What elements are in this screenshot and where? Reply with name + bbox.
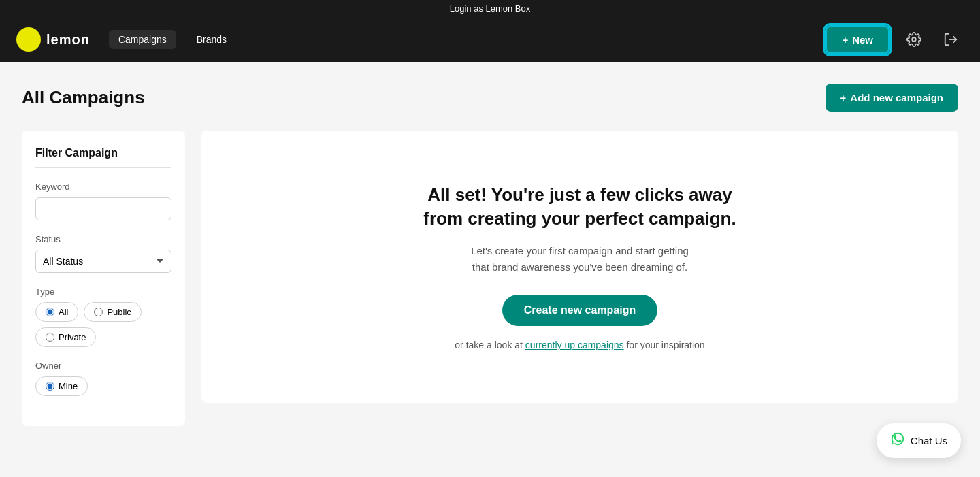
page-title: All Campaigns: [22, 87, 145, 108]
type-label: Type: [35, 286, 172, 297]
owner-mine-label: Mine: [59, 381, 78, 391]
filter-owner-group: Owner Mine: [35, 361, 172, 396]
owner-label: Owner: [35, 361, 172, 371]
add-button-label: Add new campaign: [850, 92, 943, 103]
type-public-label: Public: [107, 307, 131, 317]
keyword-label: Keyword: [35, 182, 172, 192]
logo: lemon: [16, 27, 90, 52]
campaign-content: All set! You're just a few clicks awayfr…: [201, 131, 958, 403]
type-private-label: Private: [59, 332, 86, 342]
filter-status-group: Status All Status Active Inactive Draft …: [35, 234, 172, 273]
empty-state: All set! You're just a few clicks awayfr…: [423, 183, 736, 350]
new-button-label: New: [852, 34, 873, 46]
nav-brands[interactable]: Brands: [187, 30, 236, 49]
svg-point-0: [912, 37, 916, 42]
banner-text: Login as Lemon Box: [450, 3, 531, 14]
gear-icon: [906, 32, 921, 47]
type-all-label: All: [59, 307, 68, 317]
inspiration-prefix: or take a look at: [455, 340, 525, 350]
add-campaign-button[interactable]: + Add new campaign: [826, 84, 958, 112]
currently-up-campaigns-link[interactable]: currently up campaigns: [525, 340, 624, 350]
type-public-radio[interactable]: [94, 308, 103, 316]
page-content: All Campaigns + Add new campaign Filter …: [0, 62, 980, 448]
inspiration-text: or take a look at currently up campaigns…: [423, 340, 736, 350]
filter-panel: Filter Campaign Keyword Status All Statu…: [22, 131, 185, 426]
owner-radio-group: Mine: [35, 376, 172, 396]
add-icon: +: [840, 92, 847, 103]
navbar: lemon Campaigns Brands + New: [0, 17, 980, 62]
filter-type-group: Type All Public Private: [35, 286, 172, 347]
type-public-option[interactable]: Public: [84, 302, 141, 322]
status-label: Status: [35, 234, 172, 244]
create-campaign-button[interactable]: Create new campaign: [502, 295, 658, 326]
type-all-radio[interactable]: [46, 308, 54, 316]
owner-mine-radio[interactable]: [46, 382, 54, 391]
main-layout: Filter Campaign Keyword Status All Statu…: [22, 131, 958, 426]
nav-campaigns[interactable]: Campaigns: [109, 30, 176, 49]
logout-icon: [943, 32, 958, 47]
page-header: All Campaigns + Add new campaign: [22, 84, 958, 112]
chat-button-label: Chat Us: [911, 435, 947, 446]
type-private-radio[interactable]: [46, 333, 54, 342]
new-button[interactable]: + New: [825, 25, 890, 54]
logout-button[interactable]: [938, 29, 964, 50]
type-all-option[interactable]: All: [35, 302, 78, 322]
owner-mine-option[interactable]: Mine: [35, 376, 88, 396]
top-banner: Login as Lemon Box: [0, 0, 980, 17]
keyword-input[interactable]: [35, 197, 172, 220]
type-private-option[interactable]: Private: [35, 327, 96, 347]
new-button-icon: +: [842, 34, 848, 46]
type-radio-group: All Public Private: [35, 302, 172, 347]
inspiration-suffix: for your inspiration: [624, 340, 705, 350]
campaign-content-wrapper: All set! You're just a few clicks awayfr…: [201, 131, 958, 403]
status-select[interactable]: All Status Active Inactive Draft Complet…: [35, 250, 172, 273]
whatsapp-icon: [890, 431, 905, 450]
logo-text: lemon: [46, 32, 90, 48]
empty-state-title: All set! You're just a few clicks awayfr…: [423, 183, 736, 231]
logo-icon: [16, 27, 41, 52]
empty-state-description: Let's create your first campaign and sta…: [423, 243, 736, 276]
chat-button[interactable]: Chat Us: [877, 423, 961, 458]
filter-title: Filter Campaign: [35, 147, 172, 168]
filter-keyword-group: Keyword: [35, 182, 172, 220]
settings-button[interactable]: [901, 29, 927, 50]
